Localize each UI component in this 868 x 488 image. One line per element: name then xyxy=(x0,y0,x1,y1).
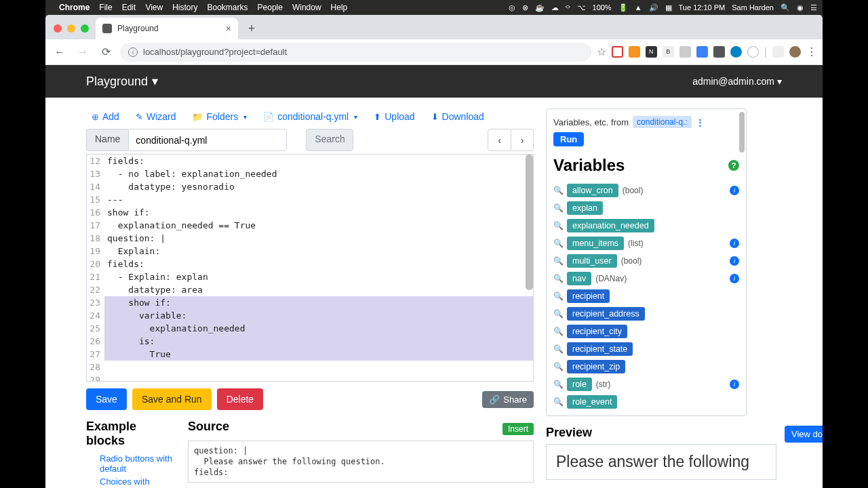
variable-badge[interactable]: recipient_zip xyxy=(567,360,625,373)
delete-button[interactable]: Delete xyxy=(217,388,263,410)
address-bar[interactable]: i localhost/playground?project=default xyxy=(120,43,591,62)
view-documentation-button[interactable]: View documentation xyxy=(785,426,823,443)
name-input[interactable] xyxy=(128,129,287,151)
info-icon[interactable]: i xyxy=(730,186,739,195)
star-icon[interactable]: ☆ xyxy=(597,45,606,58)
new-tab-button[interactable]: + xyxy=(242,19,261,38)
save-button[interactable]: Save xyxy=(86,388,127,410)
variable-badge[interactable]: recipient_city xyxy=(567,325,627,338)
site-info-icon[interactable]: i xyxy=(128,47,138,57)
variable-badge[interactable]: allow_cron xyxy=(567,184,618,197)
scrollbar[interactable] xyxy=(739,112,745,152)
status-icon[interactable]: ▲ xyxy=(635,3,642,12)
variable-badge[interactable]: explanation_needed xyxy=(567,219,654,232)
status-icon[interactable]: ◎ xyxy=(509,3,515,12)
variable-badge[interactable]: explan xyxy=(567,201,603,215)
wifi-icon[interactable]: ⌔ xyxy=(566,3,570,12)
next-button[interactable]: › xyxy=(511,129,534,151)
ext-icon[interactable] xyxy=(679,46,691,58)
siri-icon[interactable]: ◉ xyxy=(797,3,804,12)
app-title[interactable]: Playground ▾ xyxy=(86,74,158,89)
variable-badge[interactable]: recipient_address xyxy=(567,307,645,321)
variable-item[interactable]: 🔍recipient_zip xyxy=(553,358,739,375)
search-input[interactable]: Search xyxy=(306,129,353,151)
menu-view[interactable]: View xyxy=(145,3,163,12)
user-name[interactable]: Sam Harden xyxy=(732,3,774,12)
info-icon[interactable]: i xyxy=(730,256,739,266)
ext-icon[interactable] xyxy=(730,46,742,58)
insert-button[interactable]: Insert xyxy=(502,423,534,435)
add-link[interactable]: ⊕Add xyxy=(92,111,119,122)
ext-icon[interactable] xyxy=(629,46,640,58)
status-icon[interactable]: ▦ xyxy=(665,3,672,12)
ext-icon[interactable] xyxy=(696,46,708,58)
code-editor[interactable]: 12fields:13 - no label: explanation_need… xyxy=(86,154,534,382)
variable-badge[interactable]: role_event xyxy=(567,395,617,409)
variable-item[interactable]: 🔍multi_user(bool)i xyxy=(553,252,739,270)
app-user-menu[interactable]: admin@admin.com ▾ xyxy=(692,76,782,87)
volume-icon[interactable]: 🔊 xyxy=(649,3,658,12)
folders-link[interactable]: 📁Folders xyxy=(192,111,247,122)
file-link[interactable]: 📄conditional-q.yml xyxy=(263,111,357,122)
info-icon[interactable]: i xyxy=(730,380,739,389)
help-icon[interactable]: ? xyxy=(728,160,739,171)
spotlight-icon[interactable]: 🔍 xyxy=(781,3,790,12)
forward-button[interactable]: → xyxy=(74,43,92,61)
close-tab-icon[interactable]: × xyxy=(226,23,231,34)
variable-item[interactable]: 🔍role(str)i xyxy=(553,375,739,393)
variable-item[interactable]: 🔍recipient_city xyxy=(553,323,739,340)
prev-button[interactable]: ‹ xyxy=(488,129,511,151)
back-button[interactable]: ← xyxy=(51,43,68,61)
download-link[interactable]: ⬇Download xyxy=(431,111,484,122)
menubar-app[interactable]: Chrome xyxy=(59,3,90,12)
variable-item[interactable]: 🔍recipient xyxy=(553,287,739,305)
menu-bookmarks[interactable]: Bookmarks xyxy=(208,3,248,12)
window-close[interactable] xyxy=(54,24,62,33)
ext-icon[interactable] xyxy=(713,46,725,58)
variable-badge[interactable]: role xyxy=(567,378,592,391)
menu-file[interactable]: File xyxy=(99,3,112,12)
variable-badge[interactable]: nav xyxy=(567,272,591,285)
variable-badge[interactable]: multi_user xyxy=(567,254,617,268)
bluetooth-icon[interactable]: ⌥ xyxy=(577,3,586,12)
variable-badge[interactable]: menu_items xyxy=(567,237,624,250)
menu-help[interactable]: Help xyxy=(331,3,348,12)
run-button[interactable]: Run xyxy=(553,132,584,146)
variable-item[interactable]: 🔍recipient_state xyxy=(553,340,739,358)
ext-icon[interactable] xyxy=(612,46,623,58)
example-link[interactable]: Choices with xyxy=(86,475,174,488)
profile-avatar[interactable] xyxy=(789,46,801,58)
variable-item[interactable]: 🔍allow_cron(bool)i xyxy=(553,182,739,199)
upload-link[interactable]: ⬆Upload xyxy=(374,111,414,122)
browser-tab[interactable]: Playground × xyxy=(96,18,238,39)
scrollbar[interactable] xyxy=(526,155,533,290)
info-icon[interactable]: i xyxy=(730,274,739,283)
wizard-link[interactable]: ✎Wizard xyxy=(136,111,176,122)
share-button[interactable]: 🔗Share xyxy=(482,391,534,408)
variable-badge[interactable]: recipient_state xyxy=(567,342,633,356)
variable-item[interactable]: 🔍explan xyxy=(553,199,739,217)
variable-item[interactable]: 🔍menu_items(list)i xyxy=(553,235,739,252)
menu-people[interactable]: People xyxy=(258,3,283,12)
chrome-menu-icon[interactable]: ⋮ xyxy=(806,45,817,58)
reload-button[interactable]: ⟳ xyxy=(97,43,115,61)
status-icon[interactable]: ⊗ xyxy=(522,3,528,12)
status-icon[interactable]: ☕ xyxy=(535,3,545,12)
save-run-button[interactable]: Save and Run xyxy=(132,388,212,410)
variable-item[interactable]: 🔍explanation_needed xyxy=(553,217,739,235)
variable-item[interactable]: 🔍recipient_address xyxy=(553,305,739,323)
menu-window[interactable]: Window xyxy=(292,3,321,12)
example-link[interactable]: Radio buttons with default xyxy=(86,452,174,475)
variables-menu-icon[interactable]: ⋮ xyxy=(696,117,705,127)
menu-icon[interactable]: ☰ xyxy=(810,3,817,12)
info-icon[interactable]: i xyxy=(730,239,739,248)
variable-badge[interactable]: recipient xyxy=(567,289,610,303)
clock[interactable]: Tue 12:10 PM xyxy=(679,3,726,12)
ext-icon[interactable] xyxy=(747,46,759,58)
menu-history[interactable]: History xyxy=(172,3,197,12)
cloud-icon[interactable]: ☁ xyxy=(551,3,559,12)
variable-item[interactable]: 🔍role_event xyxy=(553,393,739,411)
menu-edit[interactable]: Edit xyxy=(122,3,136,12)
variable-item[interactable]: 🔍nav(DANav)i xyxy=(553,270,739,287)
variables-file-chip[interactable]: conditional-q.: xyxy=(633,116,692,128)
